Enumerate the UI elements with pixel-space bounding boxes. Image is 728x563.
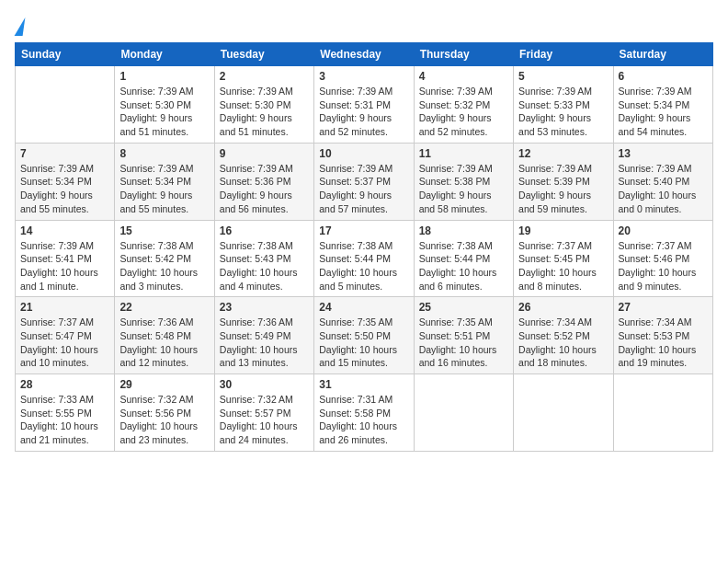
calendar-day-cell: 23Sunrise: 7:36 AMSunset: 5:49 PMDayligh… xyxy=(214,297,313,374)
day-info: Sunrise: 7:38 AMSunset: 5:44 PMDaylight:… xyxy=(419,239,508,293)
day-number: 4 xyxy=(419,70,508,83)
day-info: Sunrise: 7:35 AMSunset: 5:50 PMDaylight:… xyxy=(319,316,408,370)
day-info: Sunrise: 7:33 AMSunset: 5:55 PMDaylight:… xyxy=(20,393,109,447)
day-info: Sunrise: 7:39 AMSunset: 5:33 PMDaylight:… xyxy=(518,85,608,139)
calendar-day-cell: 12Sunrise: 7:39 AMSunset: 5:39 PMDayligh… xyxy=(514,143,613,220)
day-number: 23 xyxy=(220,301,309,314)
calendar-day-cell: 11Sunrise: 7:39 AMSunset: 5:38 PMDayligh… xyxy=(414,143,513,220)
day-number: 20 xyxy=(619,224,708,237)
day-info: Sunrise: 7:39 AMSunset: 5:30 PMDaylight:… xyxy=(220,85,309,139)
calendar-body: 1Sunrise: 7:39 AMSunset: 5:30 PMDaylight… xyxy=(16,66,713,452)
calendar-day-cell: 29Sunrise: 7:32 AMSunset: 5:56 PMDayligh… xyxy=(115,374,214,452)
day-number: 15 xyxy=(119,224,209,237)
day-info: Sunrise: 7:34 AMSunset: 5:52 PMDaylight:… xyxy=(518,316,608,370)
day-number: 12 xyxy=(518,147,608,160)
calendar-day-cell: 18Sunrise: 7:38 AMSunset: 5:44 PMDayligh… xyxy=(414,220,513,297)
day-number: 8 xyxy=(119,147,209,160)
calendar-day-cell: 1Sunrise: 7:39 AMSunset: 5:30 PMDaylight… xyxy=(115,66,214,144)
day-info: Sunrise: 7:37 AMSunset: 5:46 PMDaylight:… xyxy=(619,239,708,293)
day-number: 28 xyxy=(20,378,109,391)
day-info: Sunrise: 7:36 AMSunset: 5:48 PMDaylight:… xyxy=(119,316,209,370)
calendar-table: SundayMondayTuesdayWednesdayThursdayFrid… xyxy=(15,42,713,452)
day-number: 24 xyxy=(319,301,408,314)
calendar-day-cell: 20Sunrise: 7:37 AMSunset: 5:46 PMDayligh… xyxy=(613,220,712,297)
day-number: 31 xyxy=(319,378,408,391)
day-info: Sunrise: 7:32 AMSunset: 5:56 PMDaylight:… xyxy=(119,393,209,447)
day-info: Sunrise: 7:39 AMSunset: 5:41 PMDaylight:… xyxy=(20,239,109,293)
calendar-day-cell: 30Sunrise: 7:32 AMSunset: 5:57 PMDayligh… xyxy=(214,374,313,452)
calendar-day-cell: 3Sunrise: 7:39 AMSunset: 5:31 PMDaylight… xyxy=(314,66,414,144)
day-number: 25 xyxy=(419,301,508,314)
day-info: Sunrise: 7:31 AMSunset: 5:58 PMDaylight:… xyxy=(319,393,408,447)
calendar-day-cell: 7Sunrise: 7:39 AMSunset: 5:34 PMDaylight… xyxy=(16,143,115,220)
day-info: Sunrise: 7:39 AMSunset: 5:34 PMDaylight:… xyxy=(119,162,209,216)
day-info: Sunrise: 7:39 AMSunset: 5:38 PMDaylight:… xyxy=(419,162,508,216)
calendar-day-cell: 17Sunrise: 7:38 AMSunset: 5:44 PMDayligh… xyxy=(314,220,414,297)
calendar-day-cell: 26Sunrise: 7:34 AMSunset: 5:52 PMDayligh… xyxy=(514,297,613,374)
calendar-day-cell xyxy=(613,374,712,452)
day-of-week-header: Sunday xyxy=(16,43,115,66)
day-of-week-header: Saturday xyxy=(613,43,712,66)
day-of-week-header: Friday xyxy=(514,43,613,66)
day-info: Sunrise: 7:39 AMSunset: 5:30 PMDaylight:… xyxy=(119,85,209,139)
day-number: 30 xyxy=(220,378,309,391)
calendar-day-cell xyxy=(414,374,513,452)
day-info: Sunrise: 7:35 AMSunset: 5:51 PMDaylight:… xyxy=(419,316,508,370)
calendar-day-cell: 27Sunrise: 7:34 AMSunset: 5:53 PMDayligh… xyxy=(613,297,712,374)
calendar-day-cell: 16Sunrise: 7:38 AMSunset: 5:43 PMDayligh… xyxy=(214,220,313,297)
day-number: 2 xyxy=(220,70,309,83)
day-number: 17 xyxy=(319,224,408,237)
calendar-day-cell: 25Sunrise: 7:35 AMSunset: 5:51 PMDayligh… xyxy=(414,297,513,374)
day-of-week-header: Monday xyxy=(115,43,214,66)
calendar-week-row: 21Sunrise: 7:37 AMSunset: 5:47 PMDayligh… xyxy=(16,297,713,374)
calendar-week-row: 28Sunrise: 7:33 AMSunset: 5:55 PMDayligh… xyxy=(16,374,713,452)
day-number: 29 xyxy=(119,378,209,391)
calendar-day-cell: 14Sunrise: 7:39 AMSunset: 5:41 PMDayligh… xyxy=(16,220,115,297)
day-number: 10 xyxy=(319,147,408,160)
day-of-week-header: Wednesday xyxy=(314,43,414,66)
calendar-day-cell: 9Sunrise: 7:39 AMSunset: 5:36 PMDaylight… xyxy=(214,143,313,220)
day-info: Sunrise: 7:38 AMSunset: 5:43 PMDaylight:… xyxy=(220,239,309,293)
day-number: 18 xyxy=(419,224,508,237)
day-number: 7 xyxy=(20,147,109,160)
day-info: Sunrise: 7:39 AMSunset: 5:37 PMDaylight:… xyxy=(319,162,408,216)
calendar-day-cell: 21Sunrise: 7:37 AMSunset: 5:47 PMDayligh… xyxy=(16,297,115,374)
day-info: Sunrise: 7:39 AMSunset: 5:36 PMDaylight:… xyxy=(220,162,309,216)
day-number: 16 xyxy=(220,224,309,237)
day-info: Sunrise: 7:36 AMSunset: 5:49 PMDaylight:… xyxy=(220,316,309,370)
calendar-week-row: 7Sunrise: 7:39 AMSunset: 5:34 PMDaylight… xyxy=(16,143,713,220)
calendar-day-cell xyxy=(16,66,115,144)
day-info: Sunrise: 7:39 AMSunset: 5:32 PMDaylight:… xyxy=(419,85,508,139)
day-info: Sunrise: 7:32 AMSunset: 5:57 PMDaylight:… xyxy=(220,393,309,447)
day-info: Sunrise: 7:39 AMSunset: 5:40 PMDaylight:… xyxy=(619,162,708,216)
calendar-week-row: 1Sunrise: 7:39 AMSunset: 5:30 PMDaylight… xyxy=(16,66,713,144)
day-info: Sunrise: 7:37 AMSunset: 5:47 PMDaylight:… xyxy=(20,316,109,370)
day-info: Sunrise: 7:39 AMSunset: 5:31 PMDaylight:… xyxy=(319,85,408,139)
calendar-day-cell: 24Sunrise: 7:35 AMSunset: 5:50 PMDayligh… xyxy=(314,297,414,374)
day-number: 21 xyxy=(20,301,109,314)
calendar-day-cell: 2Sunrise: 7:39 AMSunset: 5:30 PMDaylight… xyxy=(214,66,313,144)
calendar-day-cell: 31Sunrise: 7:31 AMSunset: 5:58 PMDayligh… xyxy=(314,374,414,452)
day-number: 19 xyxy=(518,224,608,237)
calendar-day-cell: 15Sunrise: 7:38 AMSunset: 5:42 PMDayligh… xyxy=(115,220,214,297)
day-number: 5 xyxy=(518,70,608,83)
calendar-day-cell: 28Sunrise: 7:33 AMSunset: 5:55 PMDayligh… xyxy=(16,374,115,452)
calendar-day-cell: 13Sunrise: 7:39 AMSunset: 5:40 PMDayligh… xyxy=(613,143,712,220)
calendar-day-cell xyxy=(514,374,613,452)
day-number: 3 xyxy=(319,70,408,83)
calendar-day-cell: 19Sunrise: 7:37 AMSunset: 5:45 PMDayligh… xyxy=(514,220,613,297)
calendar-day-cell: 10Sunrise: 7:39 AMSunset: 5:37 PMDayligh… xyxy=(314,143,414,220)
day-number: 6 xyxy=(619,70,708,83)
day-of-week-header: Tuesday xyxy=(214,43,313,66)
day-info: Sunrise: 7:37 AMSunset: 5:45 PMDaylight:… xyxy=(518,239,608,293)
logo xyxy=(15,15,24,31)
day-number: 1 xyxy=(119,70,209,83)
calendar-day-cell: 6Sunrise: 7:39 AMSunset: 5:34 PMDaylight… xyxy=(613,66,712,144)
day-number: 13 xyxy=(619,147,708,160)
day-of-week-header: Thursday xyxy=(414,43,513,66)
page-header xyxy=(15,15,713,31)
day-info: Sunrise: 7:34 AMSunset: 5:53 PMDaylight:… xyxy=(619,316,708,370)
calendar-day-cell: 4Sunrise: 7:39 AMSunset: 5:32 PMDaylight… xyxy=(414,66,513,144)
calendar-week-row: 14Sunrise: 7:39 AMSunset: 5:41 PMDayligh… xyxy=(16,220,713,297)
day-number: 9 xyxy=(220,147,309,160)
